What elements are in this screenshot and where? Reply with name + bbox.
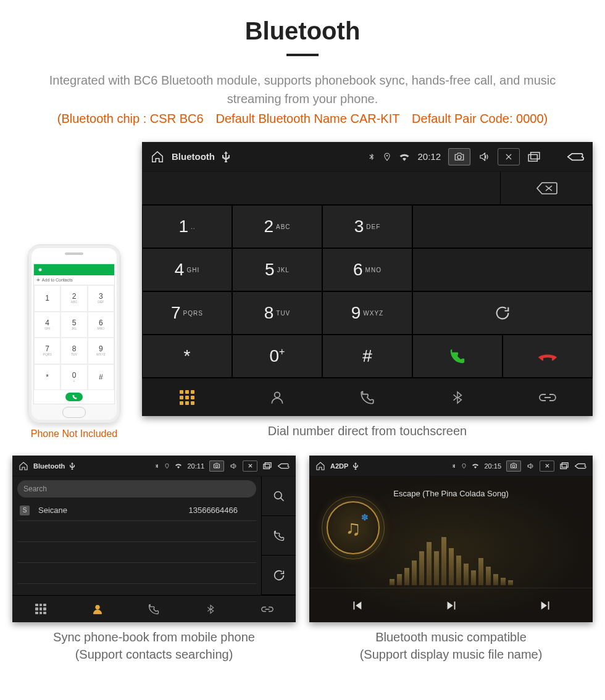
key-5[interactable]: 5JKL — [232, 248, 322, 291]
close-app-button[interactable] — [540, 460, 554, 472]
music-caption: Bluetooth music compatible(Support displ… — [309, 628, 593, 663]
phone-key: 0+ — [60, 364, 87, 391]
wifi-icon — [399, 152, 410, 161]
sync-button[interactable] — [412, 291, 593, 335]
tab-bluetooth[interactable] — [182, 596, 239, 622]
phone-key: # — [88, 364, 114, 391]
skip-prev-icon — [349, 599, 365, 612]
call-button[interactable] — [412, 335, 503, 378]
key-#[interactable]: # — [322, 335, 412, 378]
key-9[interactable]: 9WXYZ — [322, 291, 412, 335]
phone-header — [34, 264, 114, 275]
phone-icon — [273, 530, 285, 542]
contact-number: 13566664466 — [188, 506, 238, 515]
dial-display — [142, 172, 593, 205]
contact-row-empty — [17, 521, 256, 542]
tab-calls[interactable] — [126, 596, 183, 622]
tab-dialpad[interactable] — [142, 378, 232, 416]
hangup-button[interactable] — [503, 335, 593, 378]
music-album-icon: ♫✽ — [327, 501, 380, 554]
next-button[interactable] — [538, 599, 554, 612]
phone-key: 9WXYZ — [88, 338, 114, 364]
usb-icon — [70, 462, 75, 470]
svg-point-7 — [274, 491, 282, 499]
key-8[interactable]: 8TUV — [232, 291, 322, 335]
tab-contacts[interactable] — [69, 596, 126, 622]
key-empty — [412, 248, 593, 291]
add-to-contacts: +Add to Contacts — [34, 275, 114, 285]
side-search-button[interactable] — [261, 477, 296, 516]
phone-icon — [359, 390, 375, 406]
side-call-button[interactable] — [261, 516, 296, 556]
play-next-icon — [443, 599, 459, 612]
tab-calls[interactable] — [322, 378, 412, 416]
key-4[interactable]: 4GHI — [142, 248, 232, 291]
page-subtitle: Integrated with BC6 Bluetooth module, su… — [0, 71, 605, 108]
volume-icon[interactable] — [229, 462, 238, 470]
contact-row[interactable]: S Seicane 13566664466 — [17, 500, 256, 521]
music-note-icon: ♫✽ — [345, 516, 361, 540]
bluetooth-icon — [451, 390, 464, 406]
back-icon[interactable] — [567, 151, 584, 163]
phone-key: 8TUV — [60, 338, 87, 364]
key-6[interactable]: 6MNO — [322, 248, 412, 291]
location-icon — [383, 151, 391, 162]
svg-rect-2 — [528, 154, 537, 161]
tab-pair[interactable] — [239, 596, 296, 622]
back-icon[interactable] — [574, 462, 586, 470]
statusbar-title: Bluetooth — [33, 462, 65, 470]
play-button[interactable] — [443, 599, 459, 612]
search-input[interactable]: Search — [17, 480, 256, 498]
backspace-button[interactable] — [500, 172, 593, 204]
camera-button[interactable] — [448, 148, 470, 165]
recents-icon[interactable] — [262, 462, 272, 469]
phone-caption: Phone Not Included — [19, 428, 130, 440]
back-icon[interactable] — [277, 462, 290, 470]
svg-rect-6 — [265, 463, 271, 467]
track-title: Escape (The Pina Colada Song) — [309, 477, 593, 498]
home-icon[interactable] — [19, 461, 28, 471]
dialer-caption: Dial number direct from touchscreen — [142, 422, 593, 440]
svg-rect-3 — [531, 152, 540, 159]
usb-icon — [353, 462, 358, 470]
bottom-tabs — [12, 595, 296, 622]
bluetooth-icon — [368, 151, 375, 162]
phone-key: 5JKL — [60, 312, 87, 338]
tab-bluetooth[interactable] — [412, 378, 503, 416]
key-1[interactable]: 1.. — [142, 205, 232, 248]
tab-contacts[interactable] — [232, 378, 322, 416]
phone-call-button — [65, 393, 83, 401]
key-0[interactable]: 0+ — [232, 335, 322, 378]
camera-button[interactable] — [506, 460, 521, 472]
volume-icon[interactable] — [478, 151, 490, 162]
music-unit: A2DP 20:15 Escape (The Pina Colada Song)… — [309, 456, 593, 622]
side-sync-button[interactable] — [261, 556, 296, 595]
recents-icon[interactable] — [559, 462, 569, 469]
home-icon[interactable] — [151, 150, 164, 164]
phone-key: * — [34, 364, 60, 391]
key-3[interactable]: 3DEF — [322, 205, 412, 248]
phone-icon — [148, 603, 160, 615]
contact-row-empty — [17, 542, 256, 563]
camera-button[interactable] — [209, 460, 224, 472]
key-2[interactable]: 2ABC — [232, 205, 322, 248]
tab-dialpad[interactable] — [12, 596, 69, 622]
phone-key: 3DEF — [88, 285, 114, 312]
person-icon — [269, 390, 285, 406]
sync-icon — [272, 569, 286, 582]
tab-pair[interactable] — [503, 378, 593, 416]
smartphone-mockup: +Add to Contacts 12ABC3DEF4GHI5JKL6MNO7P… — [28, 244, 120, 423]
close-app-button[interactable] — [243, 460, 257, 472]
close-app-button[interactable] — [498, 148, 520, 165]
link-icon — [260, 605, 275, 614]
home-icon[interactable] — [315, 461, 325, 471]
phone-key: 7PQRS — [34, 338, 60, 364]
phone-key: 1 — [34, 285, 60, 312]
volume-icon[interactable] — [526, 462, 535, 470]
prev-button[interactable] — [349, 599, 365, 612]
key-*[interactable]: * — [142, 335, 232, 378]
contact-name: Seicane — [38, 506, 67, 515]
recents-icon[interactable] — [527, 152, 541, 162]
key-7[interactable]: 7PQRS — [142, 291, 232, 335]
location-icon — [164, 462, 170, 470]
